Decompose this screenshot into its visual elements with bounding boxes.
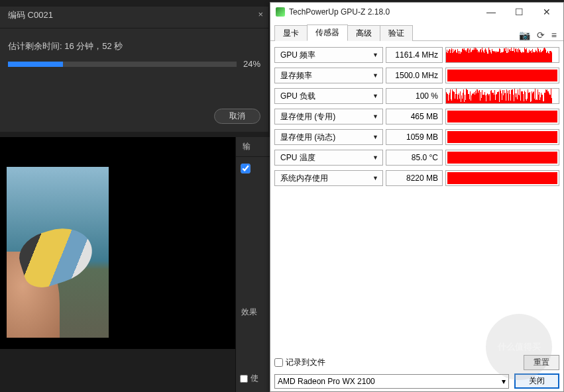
sensor-label-dropdown[interactable]: 系统内存使用▼ [274,170,383,186]
chevron-down-icon: ▼ [372,175,378,181]
sensor-value[interactable]: 1500.0 MHz [386,68,443,83]
log-to-file-checkbox[interactable]: 记录到文件 [274,357,325,368]
side-checkbox-1[interactable] [241,164,250,173]
sensor-label-dropdown[interactable]: GPU 频率▼ [274,47,383,63]
encode-dialog: 编码 C0021 × 估计剩余时间: 16 分钟，52 秒 24% 取消 [0,7,268,132]
sensor-label-dropdown[interactable]: 显存频率▼ [274,68,383,83]
sensor-graph [445,88,559,104]
gpuz-app-icon [276,7,285,17]
side-label-effects: 效果 [241,307,257,318]
sensor-graph [445,68,559,83]
chevron-down-icon: ▾ [502,377,506,386]
sensor-label-text: CPU 温度 [280,152,315,164]
sensor-row: 显存频率▼1500.0 MHz [274,66,559,85]
preview-panel [0,137,235,349]
maximize-button[interactable]: ☐ [505,7,533,17]
sensor-value[interactable]: 1059 MB [386,129,443,145]
cancel-button[interactable]: 取消 [214,109,260,124]
encode-close-icon[interactable]: × [258,9,263,19]
sensor-value[interactable]: 465 MB [386,109,443,124]
sensor-value[interactable]: 8220 MB [386,170,443,186]
log-to-file-input[interactable] [274,358,283,367]
hamburger-icon[interactable]: ≡ [551,30,557,40]
sensor-row: CPU 温度▼85.0 °C [274,148,559,168]
chevron-down-icon: ▼ [372,134,378,140]
side-label-use: 使 [251,373,258,384]
tab-validation[interactable]: 验证 [380,25,413,41]
preview-thumbnail [7,167,109,338]
gpuz-title-text: TechPowerUp GPU-Z 2.18.0 [289,7,390,17]
sensor-value[interactable]: 100 % [386,88,443,104]
sensor-label-dropdown[interactable]: 显存使用 (动态)▼ [274,129,383,145]
encode-title: 编码 C0021 [0,7,268,28]
sensor-row: 显存使用 (动态)▼1059 MB [274,127,559,147]
sensor-label-text: 显存使用 (专用) [280,111,335,122]
sensor-graph [445,109,559,124]
sensor-graph [445,47,559,63]
refresh-icon[interactable]: ⟳ [537,30,545,40]
chevron-down-icon: ▼ [372,93,378,99]
sensor-value[interactable]: 1161.4 MHz [386,47,443,63]
sensor-label-text: 显存使用 (动态) [280,132,335,143]
sensor-label-text: 系统内存使用 [280,173,328,184]
screenshot-icon[interactable]: 📷 [519,30,530,40]
sensor-value[interactable]: 85.0 °C [386,150,443,166]
sensor-label-dropdown[interactable]: GPU 负载▼ [274,88,383,104]
sensor-label-dropdown[interactable]: CPU 温度▼ [274,150,383,166]
tab-graphics-card[interactable]: 显卡 [274,25,308,41]
sensor-label-text: GPU 频率 [280,50,315,61]
chevron-down-icon: ▼ [372,113,378,120]
progress-percent: 24% [243,59,260,69]
chevron-down-icon: ▼ [372,52,378,58]
watermark: 什么值得买 [486,314,552,380]
watermark-text: 什么值得买 [498,342,541,352]
sensor-label-text: 显存频率 [280,70,312,81]
gpu-select[interactable]: AMD Radeon Pro WX 2100 ▾ [274,374,509,389]
sensor-graph [445,150,559,166]
tab-advanced[interactable]: 高级 [347,25,380,41]
export-side-panel: 输 效果 使 [235,137,272,392]
progress-fill [8,62,63,67]
sensor-label-text: GPU 负载 [280,91,315,102]
sensor-row: 系统内存使用▼8220 MB [274,168,559,188]
progress-bar [8,62,237,67]
sensor-graph [445,170,559,186]
side-label-output: 输 [236,137,272,157]
sensor-label-dropdown[interactable]: 显存使用 (专用)▼ [274,109,383,124]
chevron-down-icon: ▼ [372,154,378,161]
sensor-graph [445,129,559,145]
minimize-button[interactable]: — [477,7,505,17]
gpuz-titlebar[interactable]: TechPowerUp GPU-Z 2.18.0 — ☐ ✕ [270,3,563,21]
time-remaining-label: 估计剩余时间: 16 分钟，52 秒 [8,40,260,52]
tab-sensors[interactable]: 传感器 [307,24,348,41]
gpuz-tabs: 显卡 传感器 高级 验证 📷 ⟳ ≡ [270,21,563,41]
sensor-row: GPU 负载▼100 % [274,86,559,106]
log-to-file-label: 记录到文件 [286,357,325,368]
side-checkbox-2[interactable] [240,375,248,383]
chevron-down-icon: ▼ [372,72,378,79]
close-button[interactable]: ✕ [533,7,561,17]
gpu-select-value: AMD Radeon Pro WX 2100 [278,377,375,386]
sensor-row: GPU 频率▼1161.4 MHz [274,45,559,65]
sensor-row: 显存使用 (专用)▼465 MB [274,107,559,126]
